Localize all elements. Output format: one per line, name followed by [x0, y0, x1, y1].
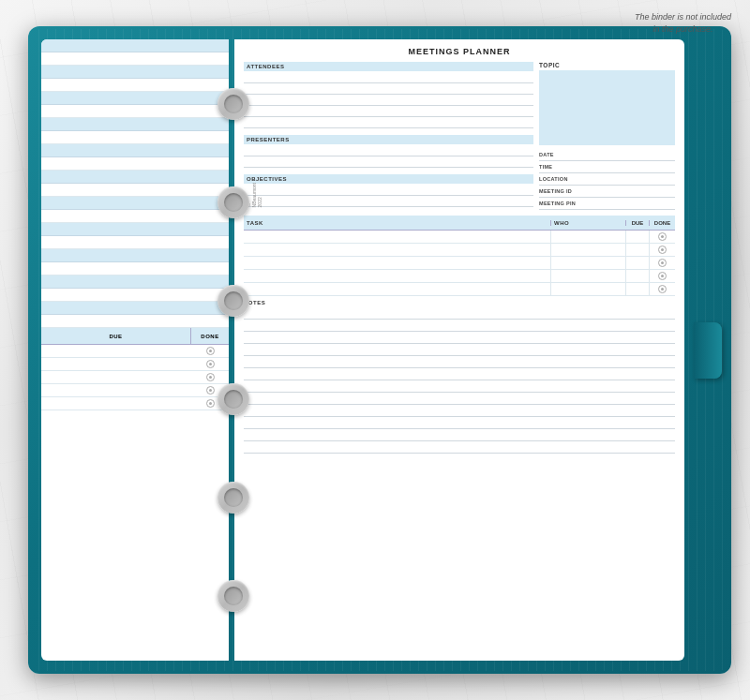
- meeting-pin-field: MEETING PIN: [539, 198, 675, 210]
- who-col-header: WHO: [550, 220, 625, 226]
- notes-section: NOTES: [244, 300, 675, 653]
- right-page: MEETINGS PLANNER ATTENDEES: [234, 39, 684, 661]
- binder: DUE DONE: [28, 26, 731, 674]
- topic-box: [539, 70, 675, 145]
- task-done-checkbox[interactable]: [658, 259, 667, 267]
- task-done-checkbox[interactable]: [658, 246, 667, 254]
- ring-3: [218, 285, 249, 317]
- left-page: DUE DONE: [41, 39, 229, 661]
- left-section: ATTENDEES PRESENTERS: [244, 62, 533, 210]
- time-field: TIME: [539, 161, 675, 173]
- task-row: © NBeaumont 2022: [244, 270, 675, 283]
- task-table: TASK WHO DUE DONE: [244, 216, 675, 296]
- topic-label: TOPIC: [539, 62, 675, 68]
- notes-label: NOTES: [244, 300, 675, 305]
- left-due-header: DUE: [109, 334, 122, 339]
- attendees-label: ATTENDEES: [244, 62, 533, 71]
- right-section: TOPIC DATE TIME LOCATION MEETING ID: [539, 62, 675, 210]
- task-col-header: TASK: [244, 220, 550, 226]
- done-col-header: DONE: [649, 220, 675, 226]
- task-table-header: TASK WHO DUE DONE: [244, 216, 675, 231]
- ring-5: [218, 482, 249, 514]
- due-col-header: DUE: [625, 220, 649, 226]
- task-row: [244, 283, 675, 296]
- objectives-label: OBJECTIVES: [244, 174, 533, 184]
- task-row: [244, 257, 675, 270]
- date-field: DATE: [539, 149, 675, 161]
- task-done-checkbox[interactable]: [658, 285, 667, 293]
- presenters-section: PRESENTERS: [244, 135, 533, 168]
- attendees-section: ATTENDEES: [244, 62, 533, 128]
- planner-content: MEETINGS PLANNER ATTENDEES: [234, 39, 684, 661]
- planner-title: MEETINGS PLANNER: [244, 47, 675, 56]
- meeting-id-field: MEETING ID: [539, 186, 675, 198]
- ring-6: [218, 580, 249, 612]
- ring-2: [218, 186, 249, 218]
- task-row: [244, 244, 675, 257]
- disclaimer: The binder is not included in the purcha…: [635, 11, 731, 35]
- task-row: [244, 231, 675, 244]
- binder-tab: [694, 322, 722, 379]
- objectives-section: OBJECTIVES: [244, 174, 533, 207]
- ring-4: [218, 383, 249, 415]
- task-done-checkbox[interactable]: [658, 232, 667, 241]
- presenters-label: PRESENTERS: [244, 135, 533, 144]
- ring-1: [218, 88, 249, 120]
- location-field: LOCATION: [539, 173, 675, 186]
- task-done-checkbox[interactable]: [658, 272, 667, 280]
- rings: [212, 26, 255, 674]
